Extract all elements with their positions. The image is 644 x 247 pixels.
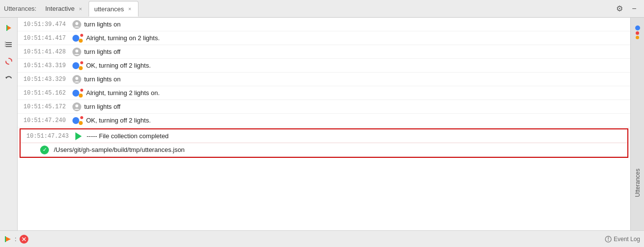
log-time: 10:51:47.243 <box>26 133 75 140</box>
refresh-icon <box>4 57 13 66</box>
svg-point-12 <box>75 49 78 52</box>
svg-marker-1 <box>6 25 7 31</box>
svg-marker-10 <box>5 77 7 79</box>
assistant-avatar-icon <box>72 61 83 70</box>
log-row: 10:51:47.240 OK, turning off 2 lights. <box>18 114 630 127</box>
event-log-area: Event Log <box>605 236 640 243</box>
right-sidebar-dots <box>635 25 640 39</box>
right-sidebar: Utterances <box>630 18 644 230</box>
user-avatar-icon <box>72 75 81 84</box>
svg-rect-7 <box>5 46 6 47</box>
log-row: 10:51:41.428 turn lights off <box>18 45 630 59</box>
play-arrow-icon <box>4 235 12 243</box>
log-panel[interactable]: 10:51:39.474 turn lights on 10:51:41.417 <box>18 18 630 230</box>
log-message: turn lights off <box>84 103 626 110</box>
log-time: 10:51:43.319 <box>23 62 72 69</box>
log-message: turn lights on <box>84 21 626 28</box>
minus-icon: − <box>632 4 636 13</box>
tab-actions: ⚙ − <box>614 3 640 15</box>
user-avatar-icon <box>72 20 81 29</box>
log-time: 10:51:43.329 <box>23 76 72 83</box>
svg-rect-5 <box>5 42 6 43</box>
undo-icon <box>4 74 13 82</box>
settings-button[interactable]: ⚙ <box>614 3 625 15</box>
tab-utterances-close[interactable]: × <box>126 5 133 12</box>
log-message: Alright, turning 2 lights on. <box>86 89 626 97</box>
event-log-label: Event Log <box>614 236 640 243</box>
main-container: Utterances: Interactive × utterances × ⚙… <box>0 0 644 247</box>
log-message: turn lights on <box>84 75 626 83</box>
log-time: 10:51:41.417 <box>23 35 72 42</box>
log-row: 10:51:41.417 Alright, turning on 2 light… <box>18 31 630 45</box>
log-message: OK, turning off 2 lights. <box>86 62 626 69</box>
tab-interactive-label: Interactive <box>45 5 74 12</box>
assistant-avatar-icon <box>72 116 83 125</box>
tab-interactive-close[interactable]: × <box>77 5 84 12</box>
play-green-icon <box>75 132 84 140</box>
assistant-avatar-icon <box>72 89 83 98</box>
dot-red-icon <box>636 31 639 35</box>
log-row: 10:51:39.474 turn lights on <box>18 18 630 31</box>
log-message: turn lights off <box>84 48 626 55</box>
log-time: 10:51:41.428 <box>23 49 72 55</box>
log-row: 10:51:45.162 Alright, turning 2 lights o… <box>18 86 630 100</box>
log-message: Alright, turning on 2 lights. <box>86 34 626 42</box>
tab-utterances-label: utterances <box>94 5 124 13</box>
log-time: 10:51:47.240 <box>23 117 72 124</box>
tab-bar: Utterances: Interactive × utterances × ⚙… <box>0 0 644 18</box>
svg-point-11 <box>75 22 78 25</box>
log-message: ----- File collection completed <box>87 132 623 140</box>
log-time: 10:51:39.474 <box>23 21 72 28</box>
check-circle-icon: ✓ <box>40 146 51 154</box>
left-sidebar <box>0 18 18 230</box>
svg-point-21 <box>608 240 609 241</box>
sidebar-undo-icon[interactable] <box>2 72 15 84</box>
svg-point-14 <box>75 104 78 107</box>
sidebar-list-icon[interactable] <box>2 38 15 51</box>
svg-rect-2 <box>6 42 12 43</box>
bottom-bar: : Event Log <box>0 230 644 247</box>
svg-rect-3 <box>6 44 12 45</box>
log-time: 10:51:45.172 <box>23 103 72 110</box>
dot-blue-icon <box>635 25 640 30</box>
sidebar-play-icon[interactable] <box>2 22 15 34</box>
log-time: 10:51:45.162 <box>23 90 72 97</box>
utterances-label: Utterances: <box>4 5 36 12</box>
sidebar-refresh-icon[interactable] <box>2 55 15 68</box>
assistant-avatar-icon <box>72 34 83 43</box>
bottom-play-icon <box>4 235 12 243</box>
right-sidebar-utterances-label[interactable]: Utterances <box>634 165 641 201</box>
log-row: 10:51:45.172 turn lights off <box>18 100 630 114</box>
event-log-circle-icon <box>605 236 612 243</box>
list-icon <box>5 41 13 48</box>
tab-utterances[interactable]: utterances × <box>89 1 138 17</box>
log-row: 10:51:43.319 OK, turning off 2 lights. <box>18 59 630 73</box>
svg-rect-6 <box>5 44 6 45</box>
tab-interactive[interactable]: Interactive × <box>40 1 89 17</box>
colon-label: : <box>15 235 17 243</box>
log-row-file-completed: 10:51:47.243 ----- File collection compl… <box>21 129 627 143</box>
minimize-button[interactable]: − <box>628 3 640 15</box>
svg-rect-4 <box>6 46 12 47</box>
log-message: OK, turning off 2 lights. <box>86 117 626 124</box>
user-avatar-icon <box>72 48 81 56</box>
gear-icon: ⚙ <box>616 4 623 13</box>
file-completed-block: 10:51:47.243 ----- File collection compl… <box>20 128 628 158</box>
log-message: /Users/git/gh-sample/build/tmp/utterance… <box>54 146 623 153</box>
content-area: 10:51:39.474 turn lights on 10:51:41.417 <box>0 18 644 230</box>
dot-yellow-icon <box>636 36 639 39</box>
svg-point-13 <box>75 77 78 80</box>
log-row-file-path: ✓ /Users/git/gh-sample/build/tmp/utteran… <box>21 143 627 157</box>
user-avatar-icon <box>72 102 81 111</box>
play-triangle-icon <box>5 25 12 31</box>
svg-marker-16 <box>5 236 6 242</box>
log-row: 10:51:43.329 turn lights on <box>18 73 630 86</box>
error-badge-icon <box>20 235 28 244</box>
